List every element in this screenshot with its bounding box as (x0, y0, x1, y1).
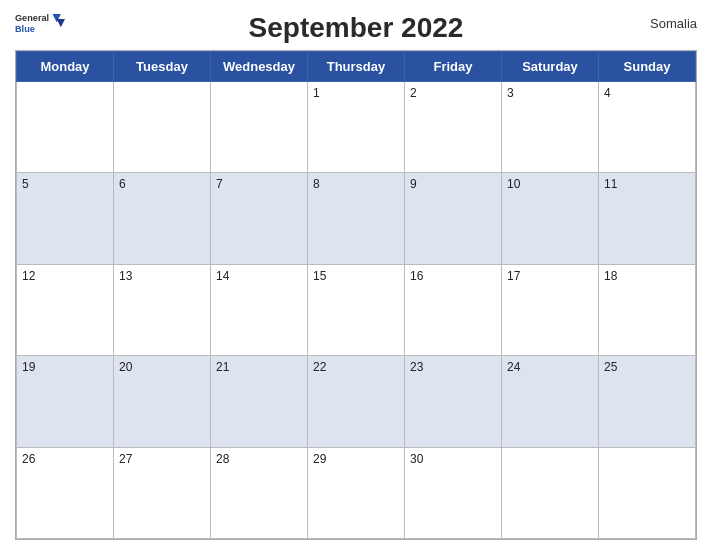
day-number: 24 (507, 360, 520, 374)
calendar-header: General Blue September 2022 Somalia (15, 10, 697, 44)
table-row: 29 (308, 447, 405, 538)
day-number: 22 (313, 360, 326, 374)
day-number: 17 (507, 269, 520, 283)
day-number: 19 (22, 360, 35, 374)
table-row: 12 (17, 264, 114, 355)
day-number: 30 (410, 452, 423, 466)
day-number: 25 (604, 360, 617, 374)
day-number: 12 (22, 269, 35, 283)
table-row: 13 (114, 264, 211, 355)
weekday-tuesday: Tuesday (114, 52, 211, 82)
weekday-saturday: Saturday (502, 52, 599, 82)
table-row: 14 (211, 264, 308, 355)
table-row: 7 (211, 173, 308, 264)
table-row: 21 (211, 356, 308, 447)
table-row (211, 82, 308, 173)
table-row: 11 (599, 173, 696, 264)
day-number: 5 (22, 177, 29, 191)
table-row (114, 82, 211, 173)
day-number: 7 (216, 177, 223, 191)
day-number: 16 (410, 269, 423, 283)
weekday-wednesday: Wednesday (211, 52, 308, 82)
table-row: 20 (114, 356, 211, 447)
table-row: 19 (17, 356, 114, 447)
day-number: 26 (22, 452, 35, 466)
table-row: 18 (599, 264, 696, 355)
table-row: 3 (502, 82, 599, 173)
svg-marker-3 (57, 19, 65, 27)
weekday-sunday: Sunday (599, 52, 696, 82)
svg-text:General: General (15, 14, 49, 24)
table-row: 26 (17, 447, 114, 538)
table-row: 30 (405, 447, 502, 538)
day-number: 6 (119, 177, 126, 191)
day-number: 3 (507, 86, 514, 100)
table-row: 8 (308, 173, 405, 264)
day-number: 9 (410, 177, 417, 191)
day-number: 4 (604, 86, 611, 100)
weekday-monday: Monday (17, 52, 114, 82)
table-row: 16 (405, 264, 502, 355)
table-row (502, 447, 599, 538)
table-row: 17 (502, 264, 599, 355)
calendar-weekdays-header: Monday Tuesday Wednesday Thursday Friday… (17, 52, 696, 82)
day-number: 10 (507, 177, 520, 191)
table-row: 9 (405, 173, 502, 264)
calendar-body: 1234567891011121314151617181920212223242… (17, 82, 696, 539)
logo-icon: General Blue (15, 10, 65, 38)
table-row: 2 (405, 82, 502, 173)
day-number: 21 (216, 360, 229, 374)
calendar-grid: Monday Tuesday Wednesday Thursday Friday… (15, 50, 697, 540)
table-row (599, 447, 696, 538)
day-number: 15 (313, 269, 326, 283)
table-row: 4 (599, 82, 696, 173)
table-row: 25 (599, 356, 696, 447)
table-row: 1 (308, 82, 405, 173)
calendar-page: General Blue September 2022 Somalia Mond… (0, 0, 712, 550)
day-number: 11 (604, 177, 617, 191)
day-number: 27 (119, 452, 132, 466)
table-row: 27 (114, 447, 211, 538)
day-number: 29 (313, 452, 326, 466)
table-row: 22 (308, 356, 405, 447)
day-number: 14 (216, 269, 229, 283)
table-row: 24 (502, 356, 599, 447)
table-row: 6 (114, 173, 211, 264)
weekday-thursday: Thursday (308, 52, 405, 82)
day-number: 2 (410, 86, 417, 100)
table-row: 5 (17, 173, 114, 264)
table-row: 28 (211, 447, 308, 538)
day-number: 20 (119, 360, 132, 374)
weekday-friday: Friday (405, 52, 502, 82)
day-number: 8 (313, 177, 320, 191)
svg-text:Blue: Blue (15, 24, 35, 34)
day-number: 13 (119, 269, 132, 283)
day-number: 1 (313, 86, 320, 100)
logo: General Blue (15, 10, 105, 38)
calendar-title: September 2022 (105, 10, 607, 44)
table-row (17, 82, 114, 173)
table-row: 10 (502, 173, 599, 264)
table-row: 23 (405, 356, 502, 447)
country-label: Somalia (607, 10, 697, 31)
day-number: 23 (410, 360, 423, 374)
day-number: 28 (216, 452, 229, 466)
table-row: 15 (308, 264, 405, 355)
day-number: 18 (604, 269, 617, 283)
